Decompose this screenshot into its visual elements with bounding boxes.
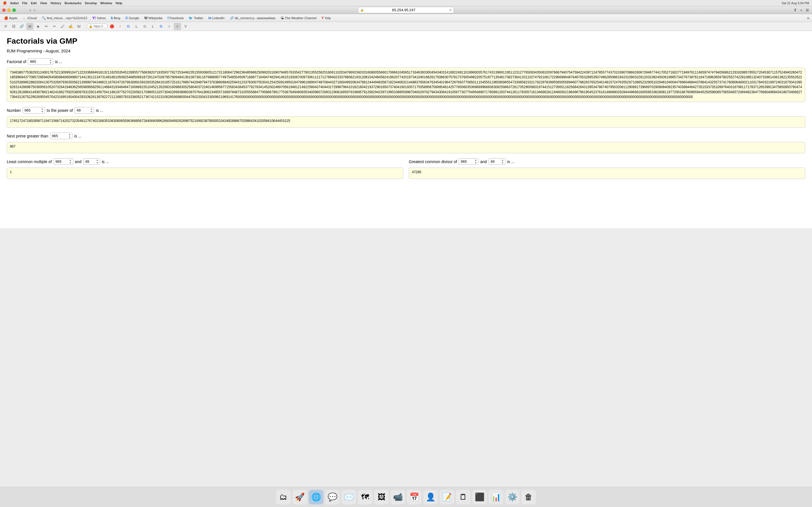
bookmark-twitter[interactable]: 🐦 Twitter: [186, 15, 206, 20]
toolbar-btn-6[interactable]: ✏: [43, 23, 50, 30]
help-menu[interactable]: Help: [116, 1, 122, 5]
bookmark-yelp-label: Yelp: [324, 16, 331, 20]
forward-button[interactable]: ›: [33, 8, 36, 13]
bookmark-google[interactable]: G Google: [123, 15, 141, 20]
safari-menu[interactable]: Safari: [10, 1, 19, 5]
url-display[interactable]: 🔒 https://...: [87, 24, 107, 29]
lcm-input1-down[interactable]: ▼: [68, 162, 73, 165]
view-menu[interactable]: View: [40, 1, 47, 5]
bookmark-yahoo[interactable]: Y! Yahoo: [90, 15, 108, 20]
bookmark-twitter-label: Twitter: [194, 16, 203, 20]
factorial-input-down[interactable]: ▼: [48, 62, 53, 64]
prime-is-label: is ...: [74, 134, 82, 138]
gcd-input1-up[interactable]: ▲: [473, 159, 478, 162]
prime-input-down[interactable]: ▼: [67, 136, 72, 139]
gcd-input2-up[interactable]: ▲: [500, 159, 505, 162]
toolbar-btn-l2[interactable]: L: [149, 23, 156, 30]
toolbar-btn-g3[interactable]: G: [157, 23, 165, 30]
toolbar-btn-9[interactable]: ✍: [67, 23, 74, 30]
status-bar: 🍎 Safari File Edit View History Bookmark…: [0, 0, 812, 6]
bookmark-icloud[interactable]: ☁️ iCloud: [20, 15, 39, 20]
bookmark-wikipedia[interactable]: W Wikipedia: [142, 15, 165, 20]
lcm-is-label: is ...: [102, 159, 109, 164]
power-input-up[interactable]: ▲: [40, 108, 45, 110]
lcm-input1-up[interactable]: ▲: [68, 159, 73, 162]
toolbar-btn-8[interactable]: 🖊: [59, 23, 66, 30]
bookmark-icloud-label: iCloud: [28, 16, 37, 20]
file-menu[interactable]: File: [22, 1, 28, 5]
toolbar-btn-check[interactable]: ✓: [174, 23, 181, 30]
reload-icon[interactable]: ↺: [449, 8, 452, 12]
power-is-label: is ...: [96, 108, 103, 113]
bookmark-find[interactable]: 🔍 find_minus....rep+%22s%22: [40, 15, 90, 20]
apple-icon: 🍎: [4, 16, 8, 20]
google-icon: G: [125, 16, 128, 20]
lcm-col: Least common multiple of ▲ ▼ and ▲ ▼: [7, 158, 403, 184]
toolbar-btn-l[interactable]: L: [133, 23, 140, 30]
toolbar-btn-target[interactable]: ⊙: [141, 23, 148, 30]
lcm-input2-up[interactable]: ▲: [95, 159, 100, 162]
gcd-input2-down[interactable]: ▼: [500, 162, 505, 165]
sidebar-button[interactable]: ⊞: [805, 8, 810, 12]
toolbar-btn-5[interactable]: ◈: [35, 23, 42, 30]
title-bar: ‹ › 🔒 ↺ ⬆ + ⊞: [0, 6, 812, 14]
toolbar-btn-3[interactable]: 🔗: [18, 23, 26, 30]
bookmark-bing[interactable]: b Bing: [109, 15, 122, 20]
power-label: Number: [7, 108, 21, 113]
toolbar-btn-r[interactable]: 🔴: [108, 23, 116, 30]
toolbar-btn-4[interactable]: M: [26, 23, 34, 30]
bookmark-linkedin[interactable]: in LinkedIn: [206, 15, 227, 20]
toolbar-btn-reddit[interactable]: r: [116, 23, 124, 30]
toolbar-btn-star[interactable]: ☆: [165, 23, 173, 30]
bookmarks-more[interactable]: »: [806, 15, 810, 20]
bookmark-facebook[interactable]: f Facebook: [165, 15, 186, 20]
traffic-lights: [2, 8, 16, 12]
edit-menu[interactable]: Edit: [31, 1, 37, 5]
window-menu[interactable]: Window: [100, 1, 112, 5]
apple-menu[interactable]: 🍎: [3, 1, 7, 5]
bookmarks-menu[interactable]: Bookmarks: [64, 1, 82, 5]
prime-input-up[interactable]: ▲: [67, 133, 72, 136]
bookmark-apple[interactable]: 🍎 Apple: [2, 15, 19, 20]
lcm-input2-down[interactable]: ▼: [95, 162, 100, 165]
bookmark-linkedin-label: LinkedIn: [212, 16, 224, 20]
page-content: Factorials via GMP RJM Programming - Aug…: [0, 31, 812, 228]
db-icon: 🔗: [230, 16, 234, 20]
toolbar-btn-g2[interactable]: G: [124, 23, 132, 30]
gcd-label: Greatest common divisor of: [409, 159, 457, 164]
toolbar-btn-v[interactable]: V: [182, 23, 189, 30]
develop-menu[interactable]: Develop: [85, 1, 97, 5]
lcm-and-label: and: [75, 159, 82, 164]
toolbar-btn-1[interactable]: ↺: [2, 23, 9, 30]
wikipedia-icon: W: [144, 16, 147, 20]
toolbar-btn-2[interactable]: ⛓: [10, 23, 17, 30]
minimize-button[interactable]: [7, 8, 11, 12]
bookmark-yelp[interactable]: Y Yelp: [319, 15, 333, 20]
url-bar[interactable]: [358, 7, 454, 13]
power-of-input-up[interactable]: ▲: [89, 108, 94, 110]
bookmark-find-label: find_minus....rep+%22s%22: [47, 16, 87, 20]
toolbar-btn-7[interactable]: ✂: [51, 23, 58, 30]
new-tab-button[interactable]: +: [799, 8, 803, 12]
bookmark-weather-label: The Weather Channel: [285, 16, 316, 20]
power-of-input-down[interactable]: ▼: [89, 110, 94, 113]
maximize-button[interactable]: [12, 8, 16, 12]
gcd-input1-down[interactable]: ▼: [473, 162, 478, 165]
bookmark-db[interactable]: 🔗 db_connect.p...aaasaaafaas: [227, 15, 278, 20]
factorial-is-label: is ...: [55, 59, 62, 64]
bookmark-weather[interactable]: 🌤 The Weather Channel: [278, 15, 319, 20]
facebook-icon: f: [167, 16, 168, 20]
close-button[interactable]: [2, 8, 6, 12]
bookmark-db-label: db_connect.p...aaasaaafaas: [235, 16, 276, 20]
factorial-label: Factorial of: [7, 59, 26, 64]
power-input-down[interactable]: ▼: [40, 110, 45, 113]
twitter-icon: 🐦: [189, 16, 193, 20]
history-menu[interactable]: History: [50, 1, 61, 5]
lcm-result: 1: [7, 168, 403, 179]
share-button[interactable]: ⬆: [793, 8, 798, 12]
factorial-input-up[interactable]: ▲: [48, 59, 53, 62]
bookmark-wikipedia-label: Wikipedia: [148, 16, 162, 20]
linkedin-icon: in: [208, 16, 211, 20]
back-button[interactable]: ‹: [29, 8, 32, 13]
toolbar-btn-w[interactable]: W: [75, 23, 83, 30]
